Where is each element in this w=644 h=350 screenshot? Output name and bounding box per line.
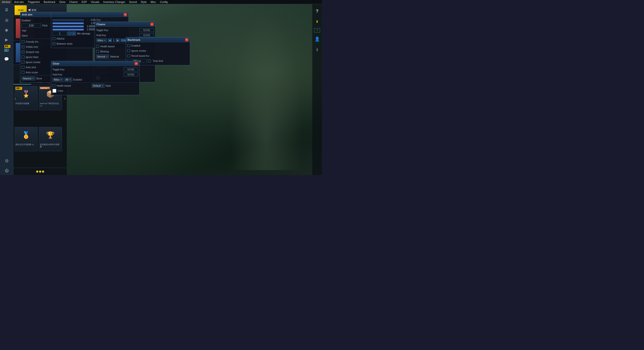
menu-config[interactable]: Config	[158, 0, 170, 4]
chams-toggle-key-label: Toggle Key	[96, 29, 140, 31]
scoped-only-checkbox[interactable]	[22, 50, 24, 53]
glow-health-row: Health based Default ▼ Style	[52, 83, 138, 88]
min-damage-input[interactable]	[52, 31, 67, 35]
store-items: 最新！ 🎖️ 作战室印花胶囊 StatTrak™ 📦 StatTrak™童话音乐…	[13, 85, 67, 168]
ignore-flash-label: Ignore flash	[26, 56, 92, 58]
chams-allies-dropdown[interactable]: Allies ▼	[96, 38, 107, 42]
glow-allies-dropdown[interactable]: Allies ▼	[52, 78, 64, 81]
chams-material-dropdown[interactable]: Normal ▼	[96, 55, 109, 58]
chams-hold-key-row: Hold Key NONE	[96, 33, 154, 37]
chams-next[interactable]: ▶	[116, 38, 120, 42]
store-next[interactable]: ›	[64, 96, 65, 101]
store-prev[interactable]: ‹	[14, 96, 16, 101]
glow-color-row: Color	[52, 89, 138, 93]
glow-style-label: Style	[106, 84, 138, 87]
item-name-3: 团队定位印花胶囊 V1	[15, 143, 38, 146]
menu-esp[interactable]: ESP	[80, 0, 89, 4]
menu-antiaim[interactable]: Anti aim	[12, 0, 26, 4]
glow-all-dropdown[interactable]: All ▼	[64, 78, 72, 81]
backtrack-time-label: Time limit	[153, 60, 189, 62]
max-aim-slider[interactable]	[52, 25, 84, 27]
menu-misc[interactable]: Misc	[148, 0, 158, 4]
store-item-1[interactable]: 最新！ 🎖️ 作战室印花胶囊	[14, 86, 38, 110]
help-icon[interactable]: ?	[313, 7, 321, 15]
chams-title: Chams	[96, 23, 106, 26]
backtrack-time-checkbox[interactable]	[148, 59, 151, 62]
steam-nav-chat[interactable]: 💬	[2, 55, 11, 63]
menu-glow[interactable]: Glow	[57, 0, 67, 4]
backtrack-smoke-checkbox[interactable]	[127, 49, 130, 52]
fov-label: Fov	[97, 19, 128, 21]
auto-scope-checkbox[interactable]	[22, 71, 24, 74]
fov-slider[interactable]	[52, 19, 84, 21]
store-item-3[interactable]: 🏅 团队定位印花胶囊 V1	[14, 127, 38, 151]
max-aim-value: 1.00000	[85, 25, 96, 28]
chams-toggle-key-row: Toggle Key NONE	[96, 28, 154, 32]
steam-nav-controller[interactable]: ▶	[2, 35, 11, 44]
chams-blinking-checkbox[interactable]	[96, 50, 99, 53]
glow-style-dropdown[interactable]: Default ▼	[92, 84, 105, 88]
menu-triggerbot[interactable]: Triggerbot	[26, 0, 42, 4]
glow-hold-key-btn[interactable]: NONE	[124, 72, 138, 76]
menu-inventory-changer[interactable]: Inventory Changer	[101, 0, 127, 4]
antiaim-ext-close[interactable]: ✕	[124, 13, 127, 16]
visible-only-checkbox[interactable]	[22, 45, 24, 48]
chams-titlebar[interactable]: Chams ✕	[95, 22, 155, 27]
glow-titlebar[interactable]: Glow ✕	[51, 61, 140, 66]
menu-aimbot[interactable]: Aimbot	[0, 0, 12, 4]
chams-hold-key-btn[interactable]: NONE	[140, 33, 154, 37]
backtrack-enabled-checkbox[interactable]	[127, 44, 130, 47]
killshot-checkbox[interactable]	[52, 37, 55, 40]
steam-logo: CSGO	[2, 5, 11, 14]
menu-backtrack[interactable]: Backtrack	[42, 0, 57, 4]
menu-chams[interactable]: Chams	[67, 0, 80, 4]
min-damage-minus[interactable]: -	[68, 31, 72, 35]
scoped-only-row: Scoped only	[22, 50, 92, 54]
glow-color-swatch[interactable]	[52, 89, 56, 93]
steam-settings-icon[interactable]: ⚙	[0, 157, 13, 165]
smooth-slider[interactable]	[52, 22, 84, 24]
menu-sound[interactable]: Sound	[127, 0, 139, 4]
chams-num: 1	[112, 38, 116, 42]
max-shot-slider[interactable]	[52, 29, 84, 30]
store-bottom: ⭐⭐⭐	[13, 168, 67, 175]
chams-close[interactable]: ✕	[150, 22, 154, 26]
chams-toggle-key-btn[interactable]: NONE	[140, 28, 154, 32]
steam-nav-community[interactable]: ◉	[2, 25, 11, 34]
fov-value: 0.00	[85, 19, 96, 21]
menu-visuals[interactable]: Visuals	[89, 0, 101, 4]
glow-close[interactable]: ✕	[134, 62, 138, 65]
main-content: CS:GO 📢 新闻 🎖️ 今日，我们在游戏中上架了作战室印花胶囊，包含由Ste…	[13, 4, 322, 175]
backtrack-fov-checkbox[interactable]	[127, 54, 130, 57]
menu-style[interactable]: Style	[139, 0, 148, 4]
friendly-fire-checkbox[interactable]	[22, 40, 24, 43]
auto-shot-checkbox[interactable]	[22, 66, 24, 69]
store-item-4[interactable]: 🏆 反恐精英20周年印花胶囊	[39, 127, 62, 151]
glow-toggle-key-btn[interactable]: NONE	[124, 67, 138, 71]
profile-icon[interactable]: 👤	[313, 35, 321, 43]
backtrack-close[interactable]: ✕	[185, 38, 188, 41]
steam-power-icon[interactable]: ⏻	[0, 166, 13, 175]
ignore-smoke-checkbox[interactable]	[22, 61, 24, 64]
antiaim-ext-titlebar[interactable]: ✕	[51, 12, 128, 17]
glow-health-checkbox[interactable]	[52, 84, 55, 87]
between-shots-checkbox[interactable]	[52, 42, 55, 45]
smooth-value: 1.00	[85, 22, 96, 24]
unknown-icon[interactable]: ?	[314, 28, 320, 32]
pitch-input[interactable]	[22, 23, 41, 27]
rank-icon[interactable]: ⬆	[313, 18, 321, 25]
min-damage-plus[interactable]: +	[72, 31, 76, 35]
chams-prev[interactable]: ◀	[108, 38, 112, 42]
glow-title: Glow	[53, 62, 59, 65]
ignore-flash-row: Ignore flash	[22, 55, 92, 59]
steam-nav-home[interactable]: ⊞	[2, 16, 11, 24]
backtrack-titlebar[interactable]: Backtrack ✕	[126, 37, 190, 42]
info-icon[interactable]: ℹ	[313, 46, 321, 53]
glow-toggle-key-label: Toggle Key	[52, 68, 124, 71]
chams-health-checkbox[interactable]	[96, 45, 99, 48]
glow-hold-key-label: Hold Key	[52, 73, 124, 76]
glow-team-row: Allies ▼ All ▼ Enabled	[52, 77, 138, 82]
nearest-dropdown[interactable]: Nearest ▼	[22, 76, 35, 80]
scoped-only-label: Scoped only	[26, 51, 92, 53]
ignore-flash-checkbox[interactable]	[22, 55, 24, 58]
